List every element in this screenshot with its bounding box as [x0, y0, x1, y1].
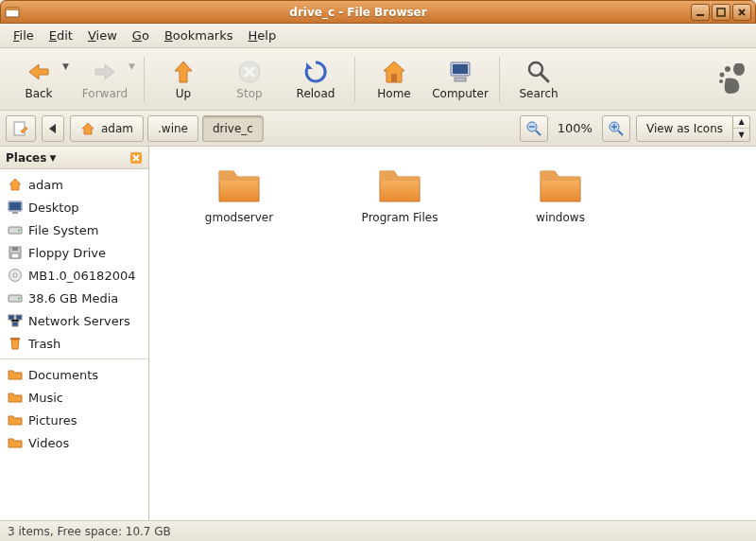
view-mode-selector[interactable]: View as Icons ▲ ▼ [636, 115, 750, 142]
sidebar-item-label: MB1.0_06182004 [28, 269, 135, 283]
sidebar-item-label: File System [28, 223, 98, 237]
sidebar-item-pictures[interactable]: Pictures [0, 409, 148, 431]
edit-path-button[interactable] [6, 115, 36, 142]
back-dropdown-icon[interactable]: ▼ [62, 61, 69, 71]
window-title: drive_c - File Browser [26, 6, 691, 19]
path-back-button[interactable] [42, 115, 64, 142]
home-icon [381, 59, 407, 85]
file-item-gmodserver[interactable]: gmodserver [197, 164, 282, 224]
window-close-button[interactable] [732, 4, 751, 21]
sidebar-item-38-6-gb-media[interactable]: 38.6 GB Media [0, 287, 148, 309]
toolbar: Back ▼ Forward ▼ Up Stop Reload Home Com… [0, 48, 756, 111]
zoom-out-button[interactable] [520, 115, 548, 142]
breadcrumb-label: drive_c [213, 122, 253, 135]
svg-rect-1 [6, 8, 19, 10]
menu-file[interactable]: File [8, 26, 40, 45]
breadcrumb-drive_c[interactable]: drive_c [202, 115, 264, 142]
app-icon [5, 5, 20, 20]
view-mode-down-button[interactable]: ▼ [733, 129, 749, 141]
window-maximize-button[interactable] [712, 4, 730, 21]
sidebar-item-label: Desktop [28, 201, 79, 215]
file-name: gmodserver [205, 211, 273, 224]
computer-icon [447, 59, 473, 85]
svg-rect-2 [696, 14, 704, 16]
svg-rect-30 [9, 315, 14, 320]
file-view[interactable]: gmodserverProgram Fileswindows [149, 147, 756, 520]
sidebar-item-desktop[interactable]: Desktop [0, 196, 148, 218]
zoom-in-icon [609, 121, 624, 136]
view-mode-up-button[interactable]: ▲ [733, 116, 749, 130]
file-name: Program Files [362, 211, 438, 224]
zoom-out-icon [526, 121, 541, 136]
drive-icon [8, 222, 23, 237]
folder-icon [538, 164, 583, 205]
sidebar-item-documents[interactable]: Documents [0, 363, 148, 386]
sidebar-item-label: Videos [28, 436, 69, 450]
folder-icon [8, 412, 23, 428]
drive-icon [8, 290, 23, 305]
zoom-level: 100% [554, 121, 596, 135]
back-button[interactable]: Back ▼ [6, 52, 72, 107]
file-item-program-files[interactable]: Program Files [357, 164, 442, 224]
reload-button[interactable]: Reload [283, 52, 349, 107]
forward-arrow-icon [92, 59, 118, 85]
sidebar-item-file-system[interactable]: File System [0, 218, 148, 241]
trash-icon [8, 336, 23, 351]
statusbar: 3 items, Free space: 10.7 GB [0, 520, 756, 541]
sidebar-item-trash[interactable]: Trash [0, 332, 148, 355]
sidebar-item-floppy-drive[interactable]: Floppy Drive [0, 241, 148, 264]
computer-button[interactable]: Computer [427, 52, 493, 107]
toolbar-separator [144, 57, 145, 102]
stop-icon [236, 59, 263, 85]
svg-point-27 [13, 273, 17, 277]
menubar: File Edit View Go Bookmarks Help [0, 24, 756, 48]
sidebar-item-adam[interactable]: adam [0, 173, 148, 196]
menu-go[interactable]: Go [127, 26, 155, 45]
menu-help[interactable]: Help [243, 26, 283, 45]
zoom-in-button[interactable] [602, 115, 630, 142]
sidebar-title[interactable]: Places▼ [6, 151, 126, 165]
breadcrumb-adam[interactable]: adam [70, 115, 144, 142]
up-button[interactable]: Up [150, 52, 216, 107]
home-button[interactable]: Home [361, 52, 427, 107]
sidebar-item-label: 38.6 GB Media [28, 291, 118, 305]
search-button[interactable]: Search [506, 52, 572, 107]
window-minimize-button[interactable] [691, 4, 710, 21]
titlebar: drive_c - File Browser [0, 0, 756, 24]
location-bar: adam.winedrive_c 100% View as Icons ▲ ▼ [0, 111, 756, 147]
sidebar-item-label: adam [28, 178, 63, 192]
svg-rect-33 [10, 338, 20, 340]
svg-rect-32 [12, 322, 18, 326]
sidebar-item-label: Pictures [28, 413, 77, 428]
svg-point-12 [720, 73, 725, 78]
sidebar-item-label: Trash [28, 337, 60, 351]
folder-icon [377, 164, 422, 205]
breadcrumb--wine[interactable]: .wine [147, 115, 198, 142]
menu-bookmarks[interactable]: Bookmarks [159, 26, 239, 45]
network-icon [8, 313, 23, 328]
sidebar-header: Places▼ [0, 147, 148, 169]
folder-icon [8, 390, 23, 405]
toolbar-separator [499, 57, 500, 102]
sidebar-item-network-servers[interactable]: Network Servers [0, 309, 148, 332]
svg-rect-20 [12, 212, 18, 214]
folder-icon [8, 367, 23, 382]
sidebar-item-videos[interactable]: Videos [0, 431, 148, 454]
sidebar-item-label: Music [28, 391, 63, 405]
menu-view[interactable]: View [82, 26, 123, 45]
toolbar-separator [354, 57, 355, 102]
view-mode-label: View as Icons [636, 115, 733, 142]
forward-dropdown-icon: ▼ [129, 61, 135, 71]
file-item-windows[interactable]: windows [518, 164, 603, 224]
home-icon [80, 121, 95, 136]
sidebar-item-mb1-0_06182004[interactable]: MB1.0_06182004 [0, 264, 148, 287]
svg-rect-31 [16, 315, 22, 320]
breadcrumb-label: .wine [158, 122, 188, 135]
note-pencil-icon [12, 120, 29, 137]
svg-rect-24 [12, 247, 18, 251]
svg-point-11 [725, 66, 730, 72]
sidebar-item-music[interactable]: Music [0, 386, 148, 409]
sidebar-close-button[interactable] [129, 151, 143, 165]
menu-edit[interactable]: Edit [43, 26, 78, 45]
svg-rect-7 [453, 64, 468, 74]
